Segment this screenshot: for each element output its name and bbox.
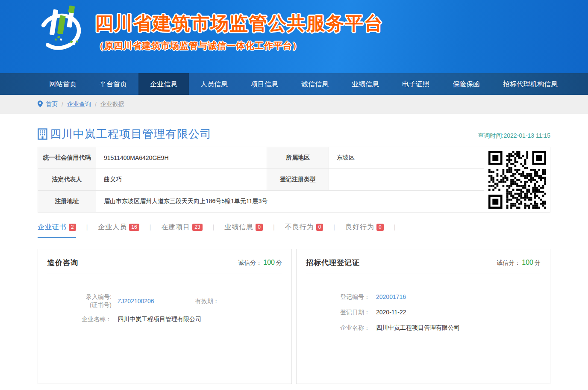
reg-type-label: 登记注册类型 <box>267 169 329 191</box>
query-time: 查询时间:2022-01-13 11:15 <box>478 132 550 142</box>
registration-date-label: 登记日期： <box>322 308 370 316</box>
legal-rep-value: 曲义巧 <box>96 169 267 191</box>
company-info-area: 统一社会信用代码 91511400MA6420GE9H 所属地区 东坡区 法定代… <box>38 147 550 213</box>
company-name-label: 企业名称： <box>322 324 370 332</box>
credit-code-label: 统一社会信用代码 <box>38 147 96 169</box>
qr-code-image <box>488 151 546 209</box>
nav-item-bidding-agency[interactable]: 招标代理机构信息 <box>491 73 569 95</box>
count-badge: 23 <box>192 224 202 231</box>
field-row-company-name: 企业名称： 四川中岚工程项目管理有限公司 <box>64 315 282 323</box>
site-logo <box>38 3 84 53</box>
logo-graphic <box>38 3 84 53</box>
field-row-registration-number: 登记编号： 202001716 <box>322 293 541 301</box>
nav-item-e-certificate[interactable]: 电子证照 <box>391 73 441 95</box>
breadcrumb-current: 企业数据 <box>100 100 124 108</box>
tab-separator: | <box>273 223 275 230</box>
credit-score: 诚信分：100分 <box>238 259 282 267</box>
nav-item-insurance[interactable]: 保险保函 <box>441 73 491 95</box>
breadcrumb-separator: / <box>95 101 97 108</box>
nav-item-enterprise-info[interactable]: 企业信息 <box>138 73 189 95</box>
tab-separator: | <box>333 223 335 230</box>
score-value: 100 <box>263 259 275 266</box>
score-value: 100 <box>522 259 533 266</box>
nav-item-performance-info[interactable]: 业绩信息 <box>340 73 391 95</box>
card-title: 造价咨询 <box>47 258 78 268</box>
company-name-value: 四川中岚工程项目管理有限公司 <box>376 324 460 332</box>
tab-performance-info[interactable]: 业绩信息 0 <box>224 223 263 237</box>
table-row: 注册地址 眉山市东坡区眉州大道东三段天天向上186号5幢1单元11层3号 <box>38 191 484 213</box>
company-name-label: 企业名称： <box>64 315 112 323</box>
tab-good-behavior[interactable]: 良好行为 0 <box>345 223 384 237</box>
count-badge: 0 <box>256 224 263 231</box>
registration-number-label: 登记编号： <box>322 293 370 301</box>
card-title: 招标代理登记证 <box>306 258 360 268</box>
count-badge: 0 <box>376 224 384 231</box>
tab-projects-under-construction[interactable]: 在建项目 23 <box>161 223 202 237</box>
table-row: 法定代表人 曲义巧 登记注册类型 <box>38 169 484 191</box>
credit-score: 诚信分：100分 <box>497 259 541 267</box>
tab-separator: | <box>394 223 396 230</box>
main-nav: 网站首页 平台首页 企业信息 人员信息 项目信息 诚信信息 业绩信息 电子证照 … <box>0 73 588 95</box>
region-label: 所属地区 <box>267 147 329 169</box>
main-content: 四川中岚工程项目管理有限公司 查询时间:2022-01-13 11:15 统一社… <box>38 127 550 384</box>
count-badge: 16 <box>129 224 139 231</box>
field-row-certificate-number: 录入编号: (证书号) ZJ202100206 有效期： <box>64 293 282 309</box>
count-badge: 0 <box>316 224 323 231</box>
tab-enterprise-certificates[interactable]: 企业证书 2 <box>38 223 76 238</box>
credit-code-value: 91511400MA6420GE9H <box>96 147 267 169</box>
field-row-registration-date: 登记日期： 2020-11-22 <box>322 308 541 316</box>
tab-bad-behavior[interactable]: 不良行为 0 <box>285 223 323 237</box>
breadcrumb-home[interactable]: 首页 <box>46 100 58 108</box>
site-subtitle: （原四川省建筑市场监管与诚信一体化工作平台） <box>95 40 383 52</box>
location-pin-icon <box>38 100 43 107</box>
registration-number-link[interactable]: 202001716 <box>376 293 406 301</box>
validity-label: 有效期： <box>195 297 219 305</box>
nav-item-site-home[interactable]: 网站首页 <box>38 73 88 95</box>
reg-type-value <box>329 169 484 191</box>
tab-enterprise-personnel[interactable]: 企业人员 16 <box>98 223 139 237</box>
certificate-card-bidding-agency-registration: 招标代理登记证 诚信分：100分 登记编号： 202001716 登记日期： 2… <box>296 249 550 384</box>
nav-item-platform-home[interactable]: 平台首页 <box>88 73 138 95</box>
breadcrumb-bar: 首页 / 企业查询 / 企业数据 <box>0 95 588 114</box>
registration-date-value: 2020-11-22 <box>376 308 406 316</box>
site-header: 四川省建筑市场监管公共服务平台 （原四川省建筑市场监管与诚信一体化工作平台） <box>0 0 588 73</box>
site-title: 四川省建筑市场监管公共服务平台 <box>95 11 383 36</box>
company-info-table: 统一社会信用代码 91511400MA6420GE9H 所属地区 东坡区 法定代… <box>38 147 484 213</box>
breadcrumb: 首页 / 企业查询 / 企业数据 <box>38 95 550 114</box>
breadcrumb-separator: / <box>62 101 63 108</box>
breadcrumb-enterprise-query[interactable]: 企业查询 <box>67 100 91 108</box>
address-label: 注册地址 <box>38 191 96 213</box>
tab-separator: | <box>150 223 151 230</box>
field-row-company-name: 企业名称： 四川中岚工程项目管理有限公司 <box>322 324 541 332</box>
certificate-number-link[interactable]: ZJ202100206 <box>118 297 154 305</box>
certificate-cards: 造价咨询 诚信分：100分 录入编号: (证书号) ZJ202100206 有效… <box>38 249 550 384</box>
page-title-company-name: 四川中岚工程项目管理有限公司 <box>50 127 212 142</box>
building-icon <box>38 128 47 140</box>
tab-row: 企业证书 2 | 企业人员 16 | 在建项目 23 | 业绩信息 0 | 不良… <box>38 223 550 238</box>
nav-item-credit-info[interactable]: 诚信信息 <box>290 73 340 95</box>
count-badge: 2 <box>69 224 76 231</box>
nav-item-personnel-info[interactable]: 人员信息 <box>189 73 239 95</box>
tab-separator: | <box>86 223 88 230</box>
legal-rep-label: 法定代表人 <box>38 169 96 191</box>
tab-separator: | <box>213 223 215 230</box>
certificate-number-label: 录入编号: (证书号) <box>64 293 112 309</box>
nav-item-project-info[interactable]: 项目信息 <box>239 73 290 95</box>
table-row: 统一社会信用代码 91511400MA6420GE9H 所属地区 东坡区 <box>38 147 484 169</box>
company-name-value: 四川中岚工程项目管理有限公司 <box>118 315 201 323</box>
region-value: 东坡区 <box>329 147 484 169</box>
qr-code <box>484 147 550 213</box>
address-value: 眉山市东坡区眉州大道东三段天天向上186号5幢1单元11层3号 <box>96 191 484 213</box>
certificate-card-cost-consulting: 造价咨询 诚信分：100分 录入编号: (证书号) ZJ202100206 有效… <box>38 249 292 384</box>
